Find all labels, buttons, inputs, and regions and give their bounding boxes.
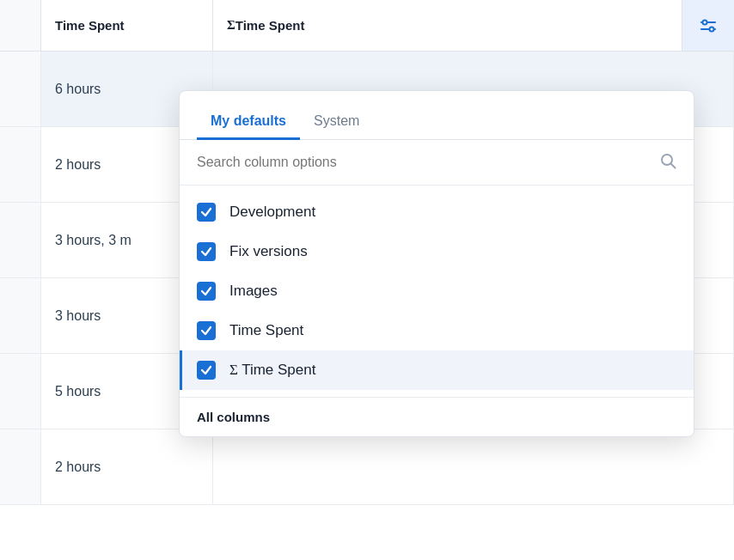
search-input[interactable]: [197, 155, 651, 170]
tab-system[interactable]: System: [300, 105, 373, 140]
row-pad: [0, 429, 41, 504]
row-pad: [0, 278, 41, 353]
checkbox-fix-versions[interactable]: [197, 242, 216, 261]
row-pad: [0, 52, 41, 126]
row-pad: [0, 127, 41, 202]
dropdown-tabs-row: My defaults System: [180, 91, 694, 140]
col-header-time-spent: Time Spent: [41, 0, 213, 51]
column-options-dropdown: My defaults System: [179, 90, 694, 437]
col-header-sigma-time-spent: Σ Time Spent: [213, 0, 682, 51]
settings-button[interactable]: [682, 0, 734, 51]
row-pad: [0, 354, 41, 429]
option-time-spent[interactable]: Time Spent: [180, 311, 694, 350]
table-row: 2 hours: [0, 429, 734, 505]
svg-point-1: [703, 20, 707, 24]
row-pad: [0, 203, 41, 277]
svg-line-5: [671, 164, 676, 168]
svg-point-4: [662, 155, 672, 165]
settings-icon: [698, 15, 719, 36]
row-time-cell: 2 hours: [41, 429, 213, 504]
search-icon: [659, 152, 676, 173]
all-columns-link[interactable]: All columns: [180, 397, 694, 436]
option-images[interactable]: Images: [180, 271, 694, 311]
table-header: Time Spent Σ Time Spent: [0, 0, 734, 52]
header-left-pad: [0, 0, 41, 51]
tab-my-defaults[interactable]: My defaults: [197, 105, 300, 140]
page-wrapper: Time Spent Σ Time Spent 6 hours: [0, 0, 734, 560]
row-rest-cell: [213, 429, 734, 504]
option-sigma-time-spent[interactable]: Σ Time Spent: [180, 350, 694, 390]
search-row: [180, 140, 694, 186]
checkbox-time-spent[interactable]: [197, 321, 216, 340]
option-fix-versions[interactable]: Fix versions: [180, 232, 694, 271]
svg-point-3: [710, 27, 714, 31]
checkbox-development[interactable]: [197, 203, 216, 222]
option-development[interactable]: Development: [180, 192, 694, 232]
checkbox-sigma-time-spent[interactable]: [197, 361, 216, 380]
options-list: Development Fix versions Images: [180, 186, 694, 397]
checkbox-images[interactable]: [197, 282, 216, 301]
